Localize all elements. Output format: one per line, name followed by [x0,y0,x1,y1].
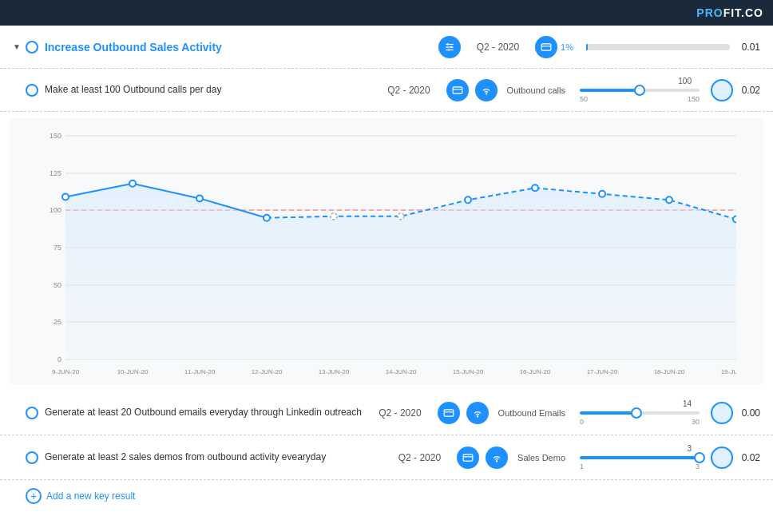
kr3-label: Sales Demo [517,453,565,463]
add-plus-icon: + [26,488,42,504]
svg-text:19-JUN-20: 19-JUN-20 [721,368,736,375]
logo: PR​OFIT.CO [696,6,763,19]
svg-text:16-JUN-20: 16-JUN-20 [520,368,551,375]
kr1-slider-min: 50 [580,95,588,103]
svg-point-32 [331,213,337,220]
svg-text:14-JUN-20: 14-JUN-20 [386,368,417,375]
kr1-label: Outbound calls [507,85,565,95]
svg-point-29 [129,181,136,187]
objective-progress-bar [586,44,730,50]
kr3-wifi-icon[interactable] [486,447,508,469]
objective-row: ▼ Increase Outbound Sales Activity Q2 - … [0,26,773,69]
add-kr-row: + Add a new key result [0,480,773,512]
kr1-title: Make at least 100 Outbound calls per day [45,83,375,97]
kr1-circle-icon [26,84,38,97]
kr3-slider-labels: 1 3 [580,463,700,470]
kr3-circle-icon [26,451,38,464]
svg-text:75: 75 [54,244,61,252]
svg-point-10 [486,93,486,93]
kr1-slider-fill [580,89,640,92]
kr3-card-icon[interactable] [457,447,479,469]
kr2-slider-max: 30 [692,418,700,426]
objective-progress-val: 0.01 [736,42,760,53]
svg-text:150: 150 [50,132,61,140]
card-icon-button[interactable] [535,36,557,58]
svg-point-37 [666,197,672,203]
svg-point-38 [733,216,736,223]
line-chart: Values 150 125 100 75 50 [42,128,736,375]
chart-area: Values 150 125 100 75 50 [10,118,763,384]
svg-text:13-JUN-20: 13-JUN-20 [319,368,350,375]
kr2-slider: 14 0 30 [572,399,708,426]
kr3-slider-track[interactable] [580,456,700,459]
svg-point-4 [450,46,452,47]
kr2-slider-min: 0 [580,418,584,426]
svg-point-3 [446,43,448,45]
kr2-slider-labels: 0 30 [580,418,700,426]
add-kr-label: Add a new key result [46,490,135,502]
kr2-label: Outbound Emails [498,408,565,418]
objective-title: Increase Outbound Sales Activity [45,41,435,54]
svg-point-31 [264,215,270,221]
kr1-card-icon[interactable] [446,79,469,101]
svg-point-28 [62,194,69,200]
kr3-slider-thumb[interactable] [694,452,705,463]
kr1-progress-circle [711,79,733,101]
svg-point-33 [398,213,404,220]
kr3-slider: 3 1 3 [572,444,708,470]
kr2-slider-top-label: 14 [683,399,692,408]
svg-point-30 [196,195,203,201]
svg-rect-8 [453,86,462,93]
kr-row-2: Generate at least 20 Outbound emails eve… [0,391,773,435]
svg-text:11-JUN-20: 11-JUN-20 [184,368,216,375]
kr2-slider-fill [580,411,636,415]
svg-text:12-JUN-20: 12-JUN-20 [252,368,283,375]
kr2-slider-track[interactable] [580,411,700,415]
kr2-progress-circle [711,402,733,424]
svg-point-36 [599,191,605,197]
kr1-slider-max: 150 [688,95,700,103]
svg-text:10-JUN-20: 10-JUN-20 [117,368,149,375]
svg-text:0: 0 [57,355,61,363]
kr-row-1: Make at least 100 Outbound calls per day… [0,69,773,112]
app-container: PR​OFIT.CO ▼ Increase Outbound Sales Act… [0,0,773,532]
top-bar: PR​OFIT.CO [0,0,773,26]
kr3-slider-fill [580,456,700,459]
svg-text:50: 50 [54,281,61,289]
logo-highlight: PR [696,6,713,19]
kr1-slider-track[interactable] [580,89,700,92]
kr1-slider-top-label: 100 [678,77,692,85]
kr2-title: Generate at least 20 Outbound emails eve… [45,406,366,419]
kr2-card-icon[interactable] [438,402,460,424]
kr1-quarter: Q2 - 2020 [387,85,430,96]
kr2-wifi-icon[interactable] [466,402,489,424]
kr1-progress-val: 0.02 [736,85,760,96]
svg-text:17-JUN-20: 17-JUN-20 [587,368,618,375]
kr1-slider-thumb[interactable] [634,85,645,96]
tune-icon-button[interactable] [438,36,461,58]
kr3-slider-top-label: 3 [687,444,692,453]
svg-point-34 [465,197,471,203]
svg-text:18-JUN-20: 18-JUN-20 [654,368,685,375]
kr2-slider-thumb[interactable] [631,407,642,419]
svg-rect-53 [463,454,473,460]
add-kr-button[interactable]: + Add a new key result [26,488,135,504]
svg-rect-50 [444,409,454,415]
kr-row-3: Generate at least 2 sales demos from out… [0,435,773,480]
kr1-slider-labels: 50 150 [580,95,700,103]
svg-point-5 [447,49,449,50]
kr2-quarter: Q2 - 2020 [379,407,421,419]
kr3-title: Generate at least 2 sales demos from out… [45,451,386,464]
objective-progress-fill [586,44,588,50]
kr3-quarter: Q2 - 2020 [398,452,441,463]
chevron-down-icon[interactable]: ▼ [13,42,21,51]
svg-point-55 [496,460,497,461]
kr3-progress-circle [711,447,733,469]
kr2-progress-val: 0.00 [736,407,760,419]
svg-point-35 [532,185,538,191]
svg-text:25: 25 [54,318,61,326]
kr3-progress-val: 0.02 [736,452,760,463]
svg-text:125: 125 [50,169,61,177]
kr1-slider: 100 50 150 [572,77,708,103]
kr1-wifi-icon[interactable] [475,79,497,101]
